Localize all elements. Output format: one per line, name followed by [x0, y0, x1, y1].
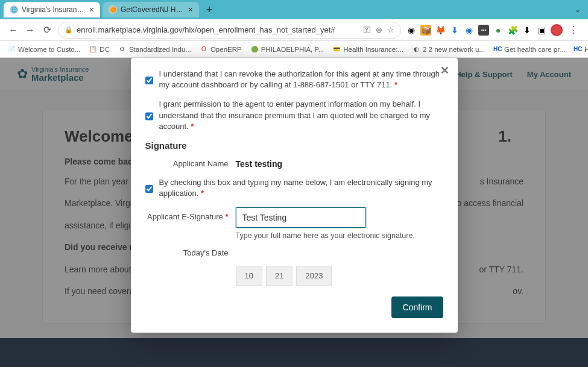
bookmark-item[interactable]: 📄Welcome to Custo... [7, 45, 80, 54]
modal-overlay: ✕ I understand that I can revoke the aut… [0, 58, 588, 367]
esign-input[interactable] [236, 207, 366, 228]
esign-hint: Type your full name here as your electro… [236, 231, 415, 240]
browser-menu-icon[interactable]: ⋮ [566, 24, 581, 36]
extension-icon[interactable]: 🦊 [435, 25, 446, 36]
close-icon[interactable]: ✕ [440, 64, 449, 77]
page-viewport: ✿ Virginia's Insurance Marketplace Españ… [0, 58, 588, 367]
consent-payment-checkbox[interactable] [145, 101, 153, 132]
bookmark-item[interactable]: 💳Health Insurance:... [332, 45, 403, 54]
browser-chrome: 🌐 Virginia's Insurance Marketpla × 🟠 Get… [0, 0, 588, 58]
bookmarks-bar: 📄Welcome to Custo... 📋DC ⚙Standardized I… [0, 41, 588, 58]
star-icon[interactable]: ☆ [387, 25, 394, 34]
browser-tab[interactable]: 🟠 GetCoveredNJ Help × [103, 2, 199, 17]
consent-revoke-checkbox[interactable] [145, 71, 153, 90]
date-day: 21 [266, 266, 292, 286]
tab-close-icon[interactable]: × [89, 5, 94, 14]
bookmark-item[interactable]: 🟢PHILADELPHIA, P... [250, 45, 324, 54]
bookmark-outline-icon[interactable]: ⊕ [376, 25, 382, 34]
extension-icon[interactable]: ● [493, 25, 504, 36]
url-bar[interactable]: 🔒 enroll.marketplace.virginia.gov/hix/op… [58, 22, 401, 39]
reload-button[interactable]: ⟳ [41, 24, 53, 36]
bookmark-item[interactable]: ◐2 2 new network u... [412, 45, 485, 54]
tab-title: GetCoveredNJ Help [121, 5, 185, 14]
key-icon[interactable]: ⚿ [363, 25, 371, 34]
profile-avatar[interactable] [551, 24, 563, 36]
extension-icon[interactable]: 📦 [420, 25, 431, 36]
browser-toolbar: ← → ⟳ 🔒 enroll.marketplace.virginia.gov/… [0, 19, 588, 41]
url-text: enroll.marketplace.virginia.gov/hix/open… [77, 25, 359, 34]
forward-button[interactable]: → [24, 24, 36, 36]
tab-favicon: 🟠 [109, 5, 117, 14]
tab-close-icon[interactable]: × [188, 5, 193, 14]
date-month: 10 [236, 266, 262, 286]
bookmark-item[interactable]: 📋DC [89, 45, 110, 54]
extension-icon[interactable]: ⬇ [449, 25, 460, 36]
extension-icon[interactable]: ◉ [406, 25, 417, 36]
confirm-button[interactable]: Confirm [391, 296, 443, 318]
download-icon[interactable]: ⬇ [522, 25, 533, 36]
lock-icon: 🔒 [65, 26, 73, 34]
tab-favicon: 🌐 [10, 5, 18, 14]
date-year: 2023 [296, 266, 332, 286]
panel-icon[interactable]: ▣ [536, 25, 547, 36]
esign-label: Applicant E-Signature * [145, 207, 236, 221]
extension-icons: ◉ 📦 🦊 ⬇ ◉ ••• ● 🧩 ⬇ ▣ ⋮ [406, 24, 581, 36]
signature-heading: Signature [145, 140, 443, 151]
extension-icon[interactable]: ••• [478, 25, 489, 36]
chevron-down-icon[interactable]: ⌄ [567, 5, 588, 14]
consent-revoke-text: I understand that I can revoke the autho… [159, 69, 443, 90]
agent-authorization-modal: ✕ I understand that I can revoke the aut… [131, 58, 458, 333]
bookmark-item[interactable]: ⚙Standardized Indu... [118, 45, 191, 54]
consent-payment-text: I grant permission to the agent to enter… [159, 99, 443, 132]
extension-icon[interactable]: ◉ [464, 25, 475, 36]
back-button[interactable]: ← [7, 24, 19, 36]
consent-esign-text: By checking this box and typing my name … [159, 177, 443, 199]
bookmark-item[interactable]: OOpenERP [200, 45, 242, 54]
browser-tab-active[interactable]: 🌐 Virginia's Insurance Marketpla × [4, 2, 100, 17]
bookmark-item[interactable]: HCGet health care pr... [493, 45, 565, 54]
applicant-name-value: Test testing [236, 159, 283, 169]
applicant-name-label: Applicant Name [145, 159, 236, 168]
extensions-menu-icon[interactable]: 🧩 [507, 25, 518, 36]
bookmark-item[interactable]: HCHow can I see pla... [574, 45, 588, 54]
consent-esign-checkbox[interactable] [145, 179, 153, 199]
tab-bar: 🌐 Virginia's Insurance Marketpla × 🟠 Get… [0, 0, 588, 19]
new-tab-button[interactable]: + [201, 4, 218, 16]
date-label: Today's Date [145, 248, 236, 257]
tab-title: Virginia's Insurance Marketpla [22, 5, 86, 14]
date-display: 10 21 2023 [236, 266, 443, 286]
